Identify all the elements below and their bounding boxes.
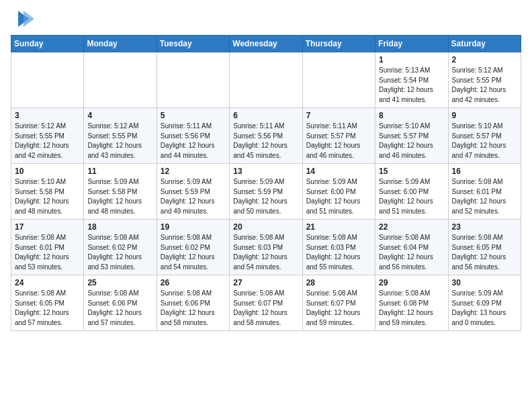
day-cell [230, 52, 302, 108]
day-number: 12 [161, 167, 226, 176]
day-info: Sunrise: 5:12 AM Sunset: 5:55 PM Dayligh… [15, 122, 81, 161]
day-cell: 2Sunrise: 5:12 AM Sunset: 5:55 PM Daylig… [448, 52, 521, 108]
day-info: Sunrise: 5:09 AM Sunset: 6:09 PM Dayligh… [452, 289, 518, 328]
day-cell: 3Sunrise: 5:12 AM Sunset: 5:55 PM Daylig… [11, 108, 84, 164]
day-info: Sunrise: 5:08 AM Sunset: 6:03 PM Dayligh… [233, 233, 299, 272]
day-number: 18 [87, 222, 153, 232]
day-number: 25 [87, 278, 153, 287]
day-cell [84, 52, 157, 108]
day-cell [302, 52, 375, 108]
day-cell [11, 52, 84, 108]
day-info: Sunrise: 5:08 AM Sunset: 6:07 PM Dayligh… [306, 289, 372, 328]
day-cell: 30Sunrise: 5:09 AM Sunset: 6:09 PM Dayli… [448, 275, 521, 331]
week-row-4: 17Sunrise: 5:08 AM Sunset: 6:01 PM Dayli… [11, 220, 521, 275]
day-cell: 18Sunrise: 5:08 AM Sunset: 6:02 PM Dayli… [84, 220, 157, 275]
weekday-header-saturday: Saturday [448, 36, 521, 52]
day-info: Sunrise: 5:08 AM Sunset: 6:04 PM Dayligh… [379, 233, 445, 272]
day-cell: 9Sunrise: 5:10 AM Sunset: 5:57 PM Daylig… [448, 108, 521, 164]
day-info: Sunrise: 5:08 AM Sunset: 6:05 PM Dayligh… [452, 233, 518, 272]
day-info: Sunrise: 5:08 AM Sunset: 6:07 PM Dayligh… [233, 289, 299, 328]
weekday-header-thursday: Thursday [302, 36, 375, 52]
day-info: Sunrise: 5:11 AM Sunset: 5:57 PM Dayligh… [306, 122, 372, 161]
day-info: Sunrise: 5:10 AM Sunset: 5:57 PM Dayligh… [379, 122, 445, 161]
day-info: Sunrise: 5:11 AM Sunset: 5:56 PM Dayligh… [233, 122, 299, 161]
day-info: Sunrise: 5:08 AM Sunset: 6:01 PM Dayligh… [15, 233, 81, 272]
day-number: 19 [161, 222, 226, 232]
day-cell: 25Sunrise: 5:08 AM Sunset: 6:06 PM Dayli… [84, 275, 157, 331]
day-cell: 5Sunrise: 5:11 AM Sunset: 5:56 PM Daylig… [157, 108, 229, 164]
day-cell: 27Sunrise: 5:08 AM Sunset: 6:07 PM Dayli… [230, 275, 302, 331]
day-cell: 20Sunrise: 5:08 AM Sunset: 6:03 PM Dayli… [230, 220, 302, 275]
day-cell: 10Sunrise: 5:10 AM Sunset: 5:58 PM Dayli… [11, 164, 84, 220]
weekday-header-tuesday: Tuesday [157, 36, 229, 52]
day-info: Sunrise: 5:12 AM Sunset: 5:55 PM Dayligh… [87, 122, 153, 161]
day-info: Sunrise: 5:10 AM Sunset: 5:58 PM Dayligh… [15, 177, 81, 216]
day-number: 6 [233, 111, 299, 120]
day-cell: 23Sunrise: 5:08 AM Sunset: 6:05 PM Dayli… [448, 220, 521, 275]
day-number: 29 [379, 278, 445, 287]
weekday-header-row: SundayMondayTuesdayWednesdayThursdayFrid… [11, 36, 521, 52]
day-cell: 6Sunrise: 5:11 AM Sunset: 5:56 PM Daylig… [230, 108, 302, 164]
day-info: Sunrise: 5:08 AM Sunset: 6:02 PM Dayligh… [87, 233, 153, 272]
day-cell: 11Sunrise: 5:09 AM Sunset: 5:58 PM Dayli… [84, 164, 157, 220]
day-cell: 29Sunrise: 5:08 AM Sunset: 6:08 PM Dayli… [375, 275, 448, 331]
day-number: 20 [233, 222, 299, 232]
day-number: 4 [87, 111, 153, 120]
logo-icon [13, 8, 34, 30]
day-number: 14 [306, 167, 372, 176]
week-row-5: 24Sunrise: 5:08 AM Sunset: 6:05 PM Dayli… [11, 275, 521, 331]
day-info: Sunrise: 5:08 AM Sunset: 6:06 PM Dayligh… [87, 289, 153, 328]
day-cell: 8Sunrise: 5:10 AM Sunset: 5:57 PM Daylig… [375, 108, 448, 164]
day-number: 30 [452, 278, 518, 287]
day-number: 27 [233, 278, 299, 287]
week-row-3: 10Sunrise: 5:10 AM Sunset: 5:58 PM Dayli… [11, 164, 521, 220]
day-number: 21 [306, 222, 372, 232]
day-cell: 21Sunrise: 5:08 AM Sunset: 6:03 PM Dayli… [302, 220, 375, 275]
day-cell: 7Sunrise: 5:11 AM Sunset: 5:57 PM Daylig… [302, 108, 375, 164]
day-info: Sunrise: 5:11 AM Sunset: 5:56 PM Dayligh… [161, 122, 226, 161]
calendar-table: SundayMondayTuesdayWednesdayThursdayFrid… [11, 35, 521, 331]
day-number: 3 [15, 111, 81, 120]
day-cell: 28Sunrise: 5:08 AM Sunset: 6:07 PM Dayli… [302, 275, 375, 331]
day-info: Sunrise: 5:08 AM Sunset: 6:02 PM Dayligh… [161, 233, 226, 272]
day-info: Sunrise: 5:09 AM Sunset: 5:59 PM Dayligh… [161, 177, 226, 216]
day-info: Sunrise: 5:13 AM Sunset: 5:54 PM Dayligh… [379, 66, 445, 105]
svg-marker-1 [24, 11, 34, 27]
header [11, 7, 521, 30]
day-number: 13 [233, 167, 299, 176]
day-info: Sunrise: 5:08 AM Sunset: 6:03 PM Dayligh… [306, 233, 372, 272]
day-cell: 1Sunrise: 5:13 AM Sunset: 5:54 PM Daylig… [375, 52, 448, 108]
day-number: 1 [379, 55, 445, 64]
day-number: 26 [161, 278, 226, 287]
day-number: 24 [15, 278, 81, 287]
logo-text-block [11, 11, 34, 30]
day-cell [157, 52, 229, 108]
day-info: Sunrise: 5:09 AM Sunset: 6:00 PM Dayligh… [306, 177, 372, 216]
day-cell: 14Sunrise: 5:09 AM Sunset: 6:00 PM Dayli… [302, 164, 375, 220]
day-cell: 16Sunrise: 5:08 AM Sunset: 6:01 PM Dayli… [448, 164, 521, 220]
calendar-page: SundayMondayTuesdayWednesdayThursdayFrid… [0, 0, 532, 342]
day-number: 28 [306, 278, 372, 287]
day-info: Sunrise: 5:08 AM Sunset: 6:06 PM Dayligh… [161, 289, 226, 328]
week-row-2: 3Sunrise: 5:12 AM Sunset: 5:55 PM Daylig… [11, 108, 521, 164]
day-cell: 15Sunrise: 5:09 AM Sunset: 6:00 PM Dayli… [375, 164, 448, 220]
day-info: Sunrise: 5:12 AM Sunset: 5:55 PM Dayligh… [452, 66, 518, 105]
day-cell: 22Sunrise: 5:08 AM Sunset: 6:04 PM Dayli… [375, 220, 448, 275]
day-cell: 4Sunrise: 5:12 AM Sunset: 5:55 PM Daylig… [84, 108, 157, 164]
day-number: 8 [379, 111, 445, 120]
weekday-header-monday: Monday [84, 36, 157, 52]
day-info: Sunrise: 5:08 AM Sunset: 6:01 PM Dayligh… [452, 177, 518, 216]
day-number: 15 [379, 167, 445, 176]
week-row-1: 1Sunrise: 5:13 AM Sunset: 5:54 PM Daylig… [11, 52, 521, 108]
day-number: 16 [452, 167, 518, 176]
day-number: 11 [87, 167, 153, 176]
day-info: Sunrise: 5:09 AM Sunset: 6:00 PM Dayligh… [379, 177, 445, 216]
weekday-header-wednesday: Wednesday [230, 36, 302, 52]
day-cell: 19Sunrise: 5:08 AM Sunset: 6:02 PM Dayli… [157, 220, 229, 275]
day-info: Sunrise: 5:09 AM Sunset: 5:59 PM Dayligh… [233, 177, 299, 216]
weekday-header-sunday: Sunday [11, 36, 84, 52]
day-cell: 24Sunrise: 5:08 AM Sunset: 6:05 PM Dayli… [11, 275, 84, 331]
day-cell: 17Sunrise: 5:08 AM Sunset: 6:01 PM Dayli… [11, 220, 84, 275]
day-number: 7 [306, 111, 372, 120]
day-number: 5 [161, 111, 226, 120]
